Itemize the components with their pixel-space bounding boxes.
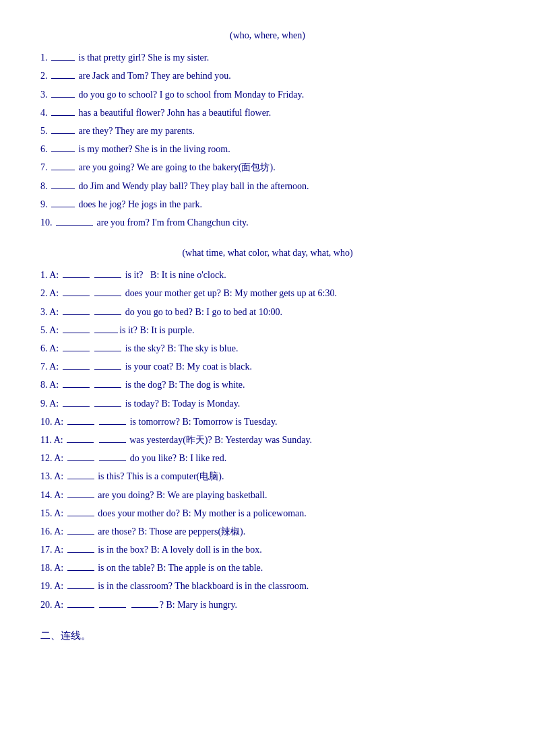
blank xyxy=(94,369,121,370)
list-item: 7. are you going? We are going to the ba… xyxy=(40,159,495,176)
blank xyxy=(67,534,94,535)
section2-list: 1. A: is it? B: It is nine o'clock. 2. A… xyxy=(40,267,495,613)
blank xyxy=(99,460,126,461)
list-item: 9. does he jog? He jogs in the park. xyxy=(40,196,495,213)
section2-header-text: (what time, what color, what day, what, … xyxy=(182,248,352,258)
blank xyxy=(94,351,121,351)
blank xyxy=(99,607,126,608)
blank xyxy=(131,607,158,608)
blank xyxy=(99,424,126,425)
blank xyxy=(51,151,75,152)
section3-label: 二、连线。 xyxy=(40,627,495,645)
list-item: 8. A: is the dog? B: The dog is white. xyxy=(40,376,495,393)
blank xyxy=(51,97,75,98)
section1-list: 1. is that pretty girl? She is my sister… xyxy=(40,49,495,231)
blank xyxy=(67,607,94,608)
blank xyxy=(51,188,75,189)
blank xyxy=(63,406,90,407)
blank xyxy=(51,133,75,134)
blank xyxy=(67,516,94,516)
list-item: 13. A: is this? This is a computer(电脑). xyxy=(40,468,495,485)
list-item: 10. A: is tomorrow? B: Tomorrow is Tuesd… xyxy=(40,413,495,430)
blank xyxy=(67,460,94,461)
blank xyxy=(63,296,90,296)
list-item: 4. has a beautiful flower? John has a be… xyxy=(40,104,495,121)
list-item: 3. A: do you go to bed? B: I go to bed a… xyxy=(40,304,495,320)
blank xyxy=(63,277,90,278)
blank xyxy=(94,314,121,315)
blank xyxy=(63,369,90,370)
section3-label-text: 二、连线。 xyxy=(40,630,91,641)
blank xyxy=(63,351,90,351)
list-item: 3. do you go to school? I go to school f… xyxy=(40,86,495,103)
blank xyxy=(94,406,121,407)
blank xyxy=(94,277,121,278)
blank xyxy=(51,60,75,61)
list-item: 11. A: was yesterday(昨天)? B: Yesterday w… xyxy=(40,432,495,448)
blank xyxy=(99,442,126,443)
list-item: 17. A: is in the box? B: A lovely doll i… xyxy=(40,541,495,558)
section2-header: (what time, what color, what day, what, … xyxy=(40,244,495,261)
list-item: 19. A: is in the classroom? The blackboa… xyxy=(40,578,495,594)
blank xyxy=(63,387,90,388)
list-item: 10. are you from? I'm from Changchun cit… xyxy=(40,214,495,231)
blank xyxy=(67,479,94,479)
blank xyxy=(56,225,93,226)
list-item: 6. A: is the sky? B: The sky is blue. xyxy=(40,340,495,357)
blank xyxy=(94,296,121,296)
list-item: 2. are Jack and Tom? They are behind you… xyxy=(40,67,495,84)
blank xyxy=(67,552,94,553)
list-item: 15. A: does your mother do? B: My mother… xyxy=(40,505,495,522)
blank xyxy=(67,442,94,443)
blank xyxy=(94,387,121,388)
blank xyxy=(63,314,90,315)
list-item: 1. is that pretty girl? She is my sister… xyxy=(40,49,495,66)
list-item: 2. A: does your mother get up? B: My mot… xyxy=(40,285,495,302)
list-item: 7. A: is your coat? B: My coat is black. xyxy=(40,358,495,375)
list-item: 5. A: is it? B: It is purple. xyxy=(40,322,495,339)
list-item: 6. is my mother? She is in the living ro… xyxy=(40,141,495,158)
list-item: 9. A: is today? B: Today is Monday. xyxy=(40,395,495,412)
blank xyxy=(67,424,94,425)
list-item: 18. A: is on the table? B: The apple is … xyxy=(40,559,495,576)
section1-header-text: (who, where, when) xyxy=(230,30,305,40)
blank xyxy=(51,115,75,116)
list-item: 5. are they? They are my parents. xyxy=(40,123,495,139)
list-item: 1. A: is it? B: It is nine o'clock. xyxy=(40,267,495,283)
blank xyxy=(67,497,94,498)
blank xyxy=(51,170,75,170)
blank xyxy=(51,207,75,207)
list-item: 14. A: are you doing? B: We are playing … xyxy=(40,487,495,504)
section1-header: (who, where, when) xyxy=(40,27,495,44)
list-item: 16. A: are those? B: Those are peppers(辣… xyxy=(40,523,495,540)
blank xyxy=(63,333,90,333)
blank xyxy=(67,588,94,589)
list-item: 12. A: do you like? B: I like red. xyxy=(40,450,495,467)
blank xyxy=(94,333,118,333)
blank xyxy=(51,78,75,79)
list-item: 20. A: ? B: Mary is hungry. xyxy=(40,596,495,613)
list-item: 8. do Jim and Wendy play ball? They play… xyxy=(40,178,495,195)
blank xyxy=(67,570,94,571)
